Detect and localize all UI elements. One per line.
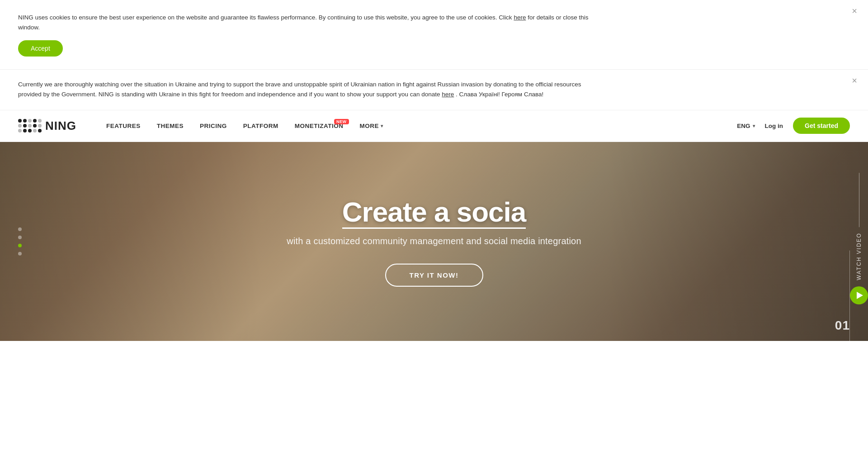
dot <box>23 119 27 123</box>
nav-menu: FEATURES THEMES PRICING PLATFORM MONETIZ… <box>98 123 737 129</box>
play-icon <box>857 292 863 299</box>
dot <box>28 124 32 128</box>
cookie-banner: × NING uses cookies to ensure the best u… <box>0 0 868 70</box>
chevron-down-icon: ▾ <box>753 123 755 128</box>
nav-themes[interactable]: THEMES <box>149 123 192 129</box>
dot <box>23 124 27 128</box>
play-button[interactable] <box>850 286 868 304</box>
new-badge: NEW <box>334 119 349 124</box>
watch-video[interactable]: Watch video <box>850 173 868 310</box>
nav-pricing[interactable]: PRICING <box>192 123 235 129</box>
dot <box>23 129 27 132</box>
try-now-button[interactable]: TRY IT NOW! <box>385 264 483 287</box>
lang-label: ENG <box>737 123 750 129</box>
dot <box>18 124 22 128</box>
ukraine-text: Currently we are thoroughly watching ove… <box>18 80 606 100</box>
dot <box>33 119 37 123</box>
dot <box>28 129 32 132</box>
nav-features[interactable]: FEATURES <box>98 123 149 129</box>
cookie-text: NING uses cookies to ensure the best use… <box>18 13 606 32</box>
watch-video-line <box>859 173 859 227</box>
slide-dot-3[interactable] <box>18 244 22 247</box>
hero-section: Create a socia with a customized communi… <box>0 142 868 341</box>
hero-content: Create a socia with a customized communi… <box>287 196 581 287</box>
language-selector[interactable]: ENG ▾ <box>737 123 755 129</box>
hero-title: Create a socia <box>287 196 581 228</box>
ning-logo[interactable]: NING <box>18 119 76 133</box>
slide-dot-4[interactable] <box>18 252 22 255</box>
slide-number: 01 <box>835 318 850 333</box>
cookie-link[interactable]: here <box>514 14 526 21</box>
dot <box>38 129 42 132</box>
chevron-down-icon: ▾ <box>381 123 383 128</box>
nav-platform[interactable]: PLATFORM <box>235 123 287 129</box>
dot <box>28 119 32 123</box>
dot <box>38 124 42 128</box>
ning-dots-icon <box>18 119 42 132</box>
ning-logo-text: NING <box>45 119 76 133</box>
navbar-right: ENG ▾ Log in Get started <box>737 118 850 134</box>
dot <box>33 124 37 128</box>
ukraine-banner: × Currently we are thoroughly watching o… <box>0 70 868 110</box>
cookie-close-button[interactable]: × <box>852 6 857 15</box>
dot <box>18 129 22 132</box>
dot <box>33 129 37 132</box>
ukraine-link[interactable]: here <box>442 91 454 98</box>
login-button[interactable]: Log in <box>760 123 788 129</box>
accept-button[interactable]: Accept <box>18 40 63 57</box>
watch-video-label: Watch video <box>856 232 862 280</box>
hero-subtitle: with a customized community management a… <box>287 236 581 246</box>
slide-dot-2[interactable] <box>18 236 22 239</box>
dot <box>18 119 22 123</box>
slide-dot-1[interactable] <box>18 227 22 231</box>
navbar: NING FEATURES THEMES PRICING PLATFORM MO… <box>0 110 868 142</box>
nav-more[interactable]: MORE ▾ <box>352 123 392 129</box>
slide-indicators <box>18 227 22 255</box>
ukraine-close-button[interactable]: × <box>852 76 857 85</box>
dot <box>38 119 42 123</box>
get-started-button[interactable]: Get started <box>793 118 850 134</box>
nav-monetization[interactable]: MONETIZATION NEW <box>287 123 352 129</box>
